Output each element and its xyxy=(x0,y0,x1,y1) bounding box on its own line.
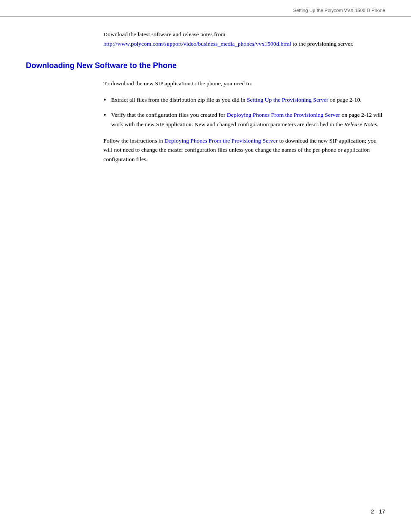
follow-text-before: Follow the instructions in xyxy=(103,137,165,144)
content-area: Download the latest software and release… xyxy=(0,17,411,190)
bullet1-text-before: Extract all files from the distribution … xyxy=(111,96,247,103)
section-body: To download the new SIP application to t… xyxy=(103,79,385,164)
bullet-text-2: Verify that the configuration files you … xyxy=(111,110,385,129)
page-number: 2 - 17 xyxy=(371,508,385,515)
follow-link[interactable]: Deploying Phones From the Provisioning S… xyxy=(165,137,278,144)
bullet-dot-1: • xyxy=(103,96,111,104)
follow-paragraph: Follow the instructions in Deploying Pho… xyxy=(103,136,385,164)
bullet-dot-2: • xyxy=(103,111,111,119)
intro-text-after: to the provisioning server. xyxy=(293,40,353,47)
bullet2-link[interactable]: Deploying Phones From the Provisioning S… xyxy=(227,112,340,118)
bullet2-text-before: Verify that the configuration files you … xyxy=(111,112,227,118)
intro-paragraph: Download the latest software and release… xyxy=(103,30,385,48)
bullet-item-1: • Extract all files from the distributio… xyxy=(103,95,385,105)
bullet-item-2: • Verify that the configuration files yo… xyxy=(103,110,385,129)
intro-link[interactable]: http://www.polycom.com/support/video/bus… xyxy=(103,40,291,47)
bullet-list: • Extract all files from the distributio… xyxy=(103,95,385,129)
page-footer: 2 - 17 xyxy=(371,508,385,515)
bullet-text-1: Extract all files from the distribution … xyxy=(111,95,385,105)
bullet2-italic: Release Notes xyxy=(344,121,377,128)
intro-text-before: Download the latest software and release… xyxy=(103,31,225,37)
page-container: Setting Up the Polycom VVX 1500 D Phone … xyxy=(0,0,411,532)
page-header: Setting Up the Polycom VVX 1500 D Phone xyxy=(0,0,411,17)
bullet2-text-final: . xyxy=(377,121,378,128)
section-intro: To download the new SIP application to t… xyxy=(103,79,385,88)
bullet1-link[interactable]: Setting Up the Provisioning Server xyxy=(247,96,328,103)
section-heading: Downloading New Software to the Phone xyxy=(26,61,385,70)
bullet1-text-after: on page 2-10. xyxy=(328,96,361,103)
header-title: Setting Up the Polycom VVX 1500 D Phone xyxy=(293,8,385,13)
